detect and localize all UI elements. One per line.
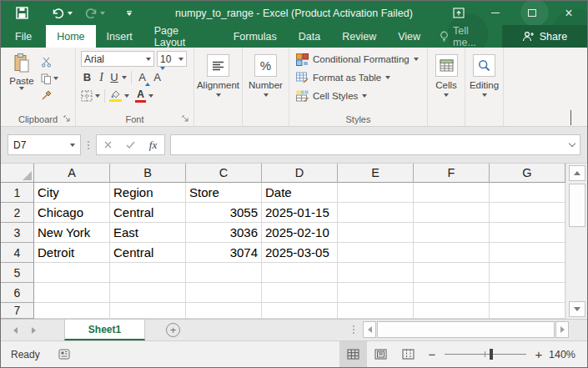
redo-dropdown-arrow[interactable]: [100, 12, 105, 15]
font-size-select[interactable]: 10: [157, 51, 187, 67]
copy-button[interactable]: [41, 72, 58, 85]
font-name-select[interactable]: Arial: [81, 51, 154, 67]
cell-a2[interactable]: Chicago: [34, 203, 110, 223]
enter-button[interactable]: [119, 135, 142, 154]
expand-formula-bar-arrow[interactable]: [569, 140, 575, 147]
cell-e7[interactable]: [338, 303, 414, 319]
cell-b7[interactable]: [110, 303, 186, 319]
formula-bar-drag-handle[interactable]: [86, 141, 91, 149]
tab-data[interactable]: Data: [288, 25, 331, 48]
row-header-1[interactable]: 1: [1, 183, 34, 203]
cell-g2[interactable]: [490, 203, 565, 223]
row-header-3[interactable]: 3: [1, 223, 34, 243]
cell-a4[interactable]: Detroit: [34, 243, 110, 263]
horizontal-scrollbar-thumb[interactable]: [377, 321, 555, 338]
row-header-4[interactable]: 4: [1, 243, 34, 263]
paste-dropdown-arrow[interactable]: [19, 87, 24, 90]
font-color-button[interactable]: A: [135, 88, 146, 100]
cell-e4[interactable]: [338, 243, 414, 263]
cell-d3[interactable]: 2025-02-10: [262, 223, 338, 243]
copy-dropdown-arrow[interactable]: [53, 77, 58, 80]
cell-g7[interactable]: [490, 303, 565, 319]
cell-c7[interactable]: [186, 303, 262, 319]
cell-f1[interactable]: [414, 183, 490, 203]
redo-button[interactable]: [81, 3, 108, 23]
horizontal-scrollbar[interactable]: [363, 321, 569, 338]
tab-file[interactable]: File: [1, 25, 46, 48]
column-header-e[interactable]: E: [338, 164, 414, 183]
column-header-f[interactable]: F: [414, 164, 490, 183]
zoom-in-button[interactable]: +: [531, 347, 546, 361]
undo-button[interactable]: [48, 3, 76, 23]
column-header-g[interactable]: G: [490, 164, 565, 183]
scroll-left-button[interactable]: [363, 321, 376, 338]
vertical-scrollbar-thumb[interactable]: [569, 184, 585, 227]
cell-e2[interactable]: [338, 203, 414, 223]
italic-button[interactable]: I: [96, 71, 107, 84]
cancel-button[interactable]: [97, 135, 119, 154]
column-header-d[interactable]: D: [262, 164, 338, 183]
cell-b2[interactable]: Central: [110, 203, 186, 223]
cell-d7[interactable]: [262, 303, 338, 319]
cell-a6[interactable]: [34, 283, 110, 303]
borders-dropdown-arrow[interactable]: [95, 94, 100, 98]
scroll-down-button[interactable]: [569, 301, 585, 317]
tab-insert[interactable]: Insert: [96, 25, 143, 48]
cell-d5[interactable]: [262, 263, 338, 283]
select-all-corner[interactable]: [1, 164, 34, 183]
cell-c4[interactable]: 3074: [186, 243, 262, 263]
next-sheet-button[interactable]: [26, 320, 41, 340]
column-header-b[interactable]: B: [110, 164, 186, 183]
bold-button[interactable]: B: [81, 71, 93, 83]
format-as-table-button[interactable]: Format as Table: [296, 70, 424, 85]
ribbon-display-options-button[interactable]: [440, 1, 477, 25]
cell-f7[interactable]: [414, 303, 490, 319]
cell-b1[interactable]: Region: [110, 183, 186, 203]
cell-c6[interactable]: [186, 283, 262, 303]
sheet-tab-sheet1[interactable]: Sheet1: [64, 320, 145, 340]
cell-c3[interactable]: 3036: [186, 223, 262, 243]
paste-button[interactable]: Paste: [6, 52, 38, 111]
cell-b3[interactable]: East: [110, 223, 186, 243]
cell-f3[interactable]: [414, 223, 490, 243]
zoom-level[interactable]: 140%: [549, 341, 575, 367]
underline-dropdown-arrow[interactable]: [122, 76, 127, 79]
cell-f4[interactable]: [414, 243, 490, 263]
normal-view-button[interactable]: [339, 341, 367, 367]
new-sheet-button[interactable]: +: [166, 323, 180, 337]
customize-quick-access-button[interactable]: [123, 3, 135, 23]
fill-color-button[interactable]: [109, 89, 122, 99]
underline-button[interactable]: U: [109, 71, 119, 83]
cell-c1[interactable]: Store: [186, 183, 262, 203]
cell-c5[interactable]: [186, 263, 262, 283]
editing-group-button[interactable]: Editing: [465, 48, 504, 126]
sheet-bar-drag-handle[interactable]: [351, 325, 356, 334]
undo-dropdown-arrow[interactable]: [68, 12, 73, 15]
cell-b5[interactable]: [110, 263, 186, 283]
cell-a7[interactable]: [34, 303, 110, 319]
fill-color-dropdown-arrow[interactable]: [124, 94, 129, 98]
scroll-right-button[interactable]: [555, 321, 569, 338]
tell-me-box[interactable]: Tell me...: [431, 25, 502, 48]
cell-d1[interactable]: Date: [262, 183, 338, 203]
row-header-6[interactable]: 6: [1, 283, 34, 303]
cell-a1[interactable]: City: [34, 183, 110, 203]
clipboard-dialog-launcher[interactable]: [63, 115, 72, 124]
page-break-preview-button[interactable]: [395, 341, 422, 367]
cell-b6[interactable]: [110, 283, 186, 303]
formula-input[interactable]: [170, 134, 580, 155]
column-header-c[interactable]: C: [186, 164, 262, 183]
cell-g6[interactable]: [490, 283, 565, 303]
alignment-group-button[interactable]: Alignment: [194, 48, 243, 126]
cell-e5[interactable]: [338, 263, 414, 283]
cell-g3[interactable]: [490, 223, 565, 243]
font-dialog-launcher[interactable]: [182, 115, 190, 124]
row-header-2[interactable]: 2: [1, 203, 34, 223]
cell-a5[interactable]: [34, 263, 110, 283]
tab-review[interactable]: Review: [331, 25, 387, 48]
cell-f2[interactable]: [414, 203, 490, 223]
cell-f6[interactable]: [414, 283, 490, 303]
cell-g1[interactable]: [490, 183, 565, 203]
page-layout-view-button[interactable]: [367, 341, 395, 367]
column-header-a[interactable]: A: [34, 164, 110, 183]
